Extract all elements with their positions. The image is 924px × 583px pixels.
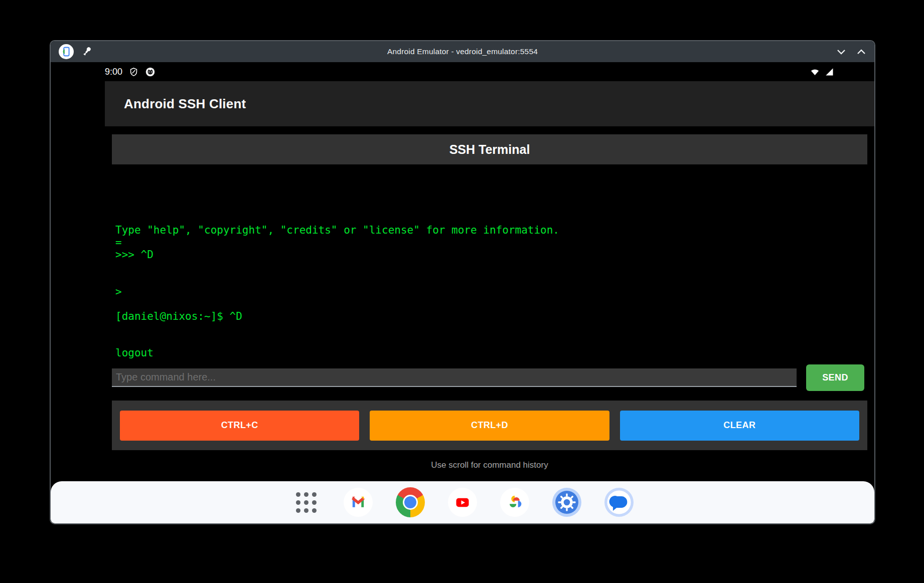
app-title: Android SSH Client [105, 81, 874, 126]
messages-icon[interactable] [604, 488, 634, 517]
android-screen: 9:00 Android SSH Client [51, 62, 874, 523]
terminal-line: = [115, 237, 867, 249]
shield-icon [129, 67, 138, 77]
command-input[interactable] [112, 368, 797, 387]
terminal-line [115, 335, 867, 347]
terminal-output[interactable]: Type "help", "copyright", "credits" or "… [112, 164, 867, 365]
bug-face-icon [145, 67, 156, 77]
signal-icon [824, 67, 834, 77]
google-photos-icon[interactable] [500, 488, 529, 517]
terminal-line [115, 322, 867, 335]
terminal-header-label: SSH Terminal [449, 142, 530, 157]
wifi-icon [810, 67, 820, 77]
emulator-window: Android Emulator - vedroid_emulator:5554… [50, 40, 875, 524]
chevron-down-icon[interactable] [836, 48, 846, 56]
terminal-line [115, 298, 867, 310]
control-button-bar: CTRL+C CTRL+D CLEAR [112, 401, 867, 450]
app-drawer-icon[interactable] [291, 488, 321, 517]
terminal-clipped-line: Type "help", "copyright", "credits" or "… [115, 195, 867, 199]
send-button[interactable]: SEND [806, 364, 864, 391]
dock [51, 481, 874, 523]
status-time: 9:00 [105, 67, 122, 77]
youtube-icon[interactable] [448, 488, 477, 517]
terminal-header: SSH Terminal [112, 134, 867, 164]
terminal-line: logout [115, 347, 867, 359]
clear-button[interactable]: CLEAR [620, 411, 859, 441]
status-bar-left: 9:00 [105, 62, 156, 81]
ctrl-d-button[interactable]: CTRL+D [370, 411, 609, 441]
ctrl-c-button[interactable]: CTRL+C [120, 411, 359, 441]
chrome-icon[interactable] [396, 488, 425, 517]
emulator-logo-icon [59, 44, 74, 59]
terminal-lines: Type "help", "copyright", "credits" or "… [115, 224, 867, 384]
terminal-line: >>> ^D [115, 249, 867, 261]
chevron-up-icon[interactable] [856, 48, 866, 56]
scroll-hint: Use scroll for command history [112, 460, 867, 470]
gmail-icon[interactable] [344, 488, 373, 517]
terminal-line [115, 261, 867, 274]
terminal-line: Type "help", "copyright", "credits" or "… [115, 224, 867, 237]
status-bar-right [810, 62, 834, 81]
window-title: Android Emulator - vedroid_emulator:5554 [51, 47, 874, 56]
app-bar: Android SSH Client [105, 81, 874, 126]
terminal-line: [daniel@nixos:~]$ ^D [115, 310, 867, 323]
terminal-line [115, 273, 867, 286]
window-titlebar[interactable]: Android Emulator - vedroid_emulator:5554 [51, 41, 874, 62]
pin-icon[interactable] [81, 46, 92, 57]
settings-icon[interactable] [552, 488, 581, 517]
terminal-line: > [115, 286, 867, 298]
